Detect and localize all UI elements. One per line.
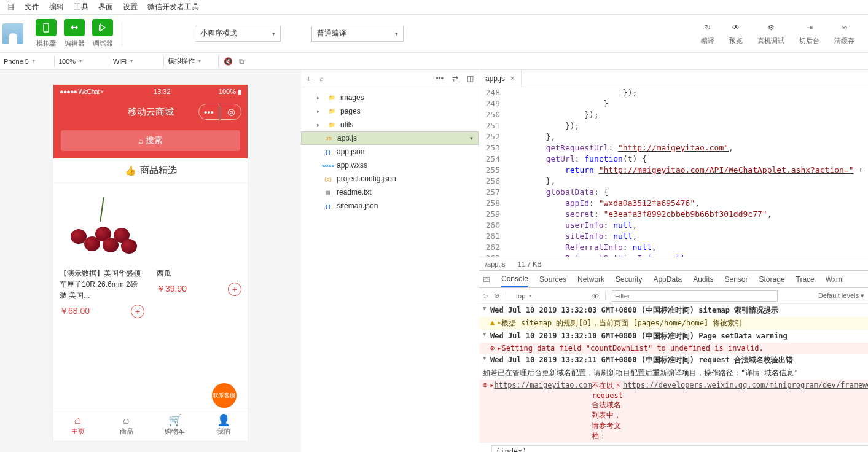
add-button[interactable]: + xyxy=(131,305,144,318)
debugger-button[interactable]: 调试器 xyxy=(92,19,113,48)
devtools-tab-console[interactable]: Console xyxy=(501,275,528,287)
file-node[interactable]: JSapp.js xyxy=(301,131,479,145)
devtools-tab-wxml[interactable]: Wxml xyxy=(826,275,844,284)
menu-item[interactable]: 文件 xyxy=(20,2,44,12)
search-icon: ⌕ xyxy=(138,136,143,146)
remote-button[interactable]: ⚙真机调试 xyxy=(757,21,784,45)
add-button[interactable]: + xyxy=(228,282,241,296)
devtools-tab-audits[interactable]: Audits xyxy=(693,275,713,284)
clear-icon[interactable]: ⊘ xyxy=(494,292,499,300)
sim-action-select[interactable]: 模拟操作 xyxy=(164,55,218,68)
devtools-tab-trace[interactable]: Trace xyxy=(796,275,815,284)
clear-cache-button[interactable]: ≋清缓存 xyxy=(834,21,854,45)
toolbar: 模拟器编辑器调试器 小程序模式 普通编译 ↻编译👁预览⚙真机调试⇥切后台≋清缓存 xyxy=(0,15,868,53)
folder-node[interactable]: ▸📁pages xyxy=(301,104,479,118)
code-editor[interactable]: 2482492502512522532542552562572582592602… xyxy=(479,87,868,257)
menu-item[interactable]: 工具 xyxy=(69,2,93,12)
file-node[interactable]: ▤readme.txt xyxy=(301,185,479,199)
devtools-tab-sources[interactable]: Sources xyxy=(539,275,566,284)
capsule-close[interactable]: ◎ xyxy=(221,104,241,120)
code-area: app.js ✕ 2482492502512522532542552562572… xyxy=(479,70,868,452)
svg-rect-0 xyxy=(44,23,49,32)
section-title: 👍 商品精选 xyxy=(53,158,248,183)
menu-item[interactable]: 设置 xyxy=(118,2,143,12)
background-button[interactable]: ⇥切后台 xyxy=(799,21,819,45)
nav-bar: 移动云商城 ••• ◎ xyxy=(53,98,248,125)
thumbs-up-icon: 👍 xyxy=(125,165,136,176)
menubar: 目文件编辑工具界面设置微信开发者工具 xyxy=(0,0,868,15)
levels-select[interactable]: Default levels ▾ xyxy=(818,292,864,300)
tab-bar: ⌂主页⌕商品🛒购物车👤我的 xyxy=(53,408,248,441)
file-node[interactable]: { }app.json xyxy=(301,145,479,158)
folder-node[interactable]: ▸📁utils xyxy=(301,118,479,131)
product-item[interactable]: 【演示数据】美国华盛顿车厘子10R 26.6mm 2磅装 美国...￥68.00… xyxy=(53,183,151,408)
devtools: ⮹ ConsoleSourcesNetworkSecurityAppDataAu… xyxy=(479,270,868,452)
menu-item[interactable]: 编辑 xyxy=(44,2,69,12)
search-area: ⌕ 搜索 xyxy=(53,125,248,158)
collapse-icon[interactable]: ⇄ xyxy=(452,74,458,83)
network-select[interactable]: WiFi xyxy=(109,55,163,68)
console-log[interactable]: ▼Wed Jul 10 2019 13:32:03 GMT+0800 (中国标准… xyxy=(479,304,868,452)
compile-button[interactable]: ↻编译 xyxy=(701,21,714,45)
add-file-icon[interactable]: + xyxy=(306,74,311,84)
tab-cart[interactable]: 🛒购物车 xyxy=(151,408,199,441)
dock-icon[interactable]: ⧉ xyxy=(239,57,244,66)
search-icon[interactable]: ⌕ xyxy=(319,74,324,83)
product-item[interactable]: 西瓜￥39.90+ xyxy=(151,183,248,408)
devtools-tab-appdata[interactable]: AppData xyxy=(653,275,682,284)
contact-fab[interactable]: 联系客服 xyxy=(212,383,237,408)
console-table: (index)00"http://maigeyitao.com"1"https:… xyxy=(491,445,868,452)
devtools-tabs: ⮹ ConsoleSourcesNetworkSecurityAppDataAu… xyxy=(479,271,868,288)
simulator-button[interactable]: 模拟器 xyxy=(36,19,57,48)
capsule-menu[interactable]: ••• xyxy=(198,104,219,120)
avatar[interactable] xyxy=(2,23,23,44)
inspect-icon[interactable]: ⮹ xyxy=(483,275,490,284)
tab-goods[interactable]: ⌕商品 xyxy=(102,408,151,441)
folder-node[interactable]: ▸📁images xyxy=(301,91,479,104)
tab-home[interactable]: ⌂主页 xyxy=(53,408,102,441)
preview-button[interactable]: 👁预览 xyxy=(729,21,743,45)
file-node[interactable]: wxssapp.wxss xyxy=(301,158,479,172)
svg-rect-1 xyxy=(99,25,100,31)
simulator-column: ●●●●● WeChatᯤ 13:32 100%▮ 移动云商城 ••• ◎ ⌕ … xyxy=(0,70,301,452)
devtools-tab-sensor[interactable]: Sensor xyxy=(725,275,748,284)
price: ￥68.00 xyxy=(60,306,90,317)
editor-status: /app.js11.7 KB xyxy=(479,257,868,270)
eye-icon[interactable]: 👁 xyxy=(592,292,599,300)
close-icon[interactable]: ✕ xyxy=(510,75,515,82)
menu-item[interactable]: 界面 xyxy=(93,2,118,12)
status-bar: ●●●●● WeChatᯤ 13:32 100%▮ xyxy=(53,85,248,98)
editor-tab[interactable]: app.js ✕ xyxy=(479,70,522,87)
editor-tabs: app.js ✕ xyxy=(479,70,868,87)
context-select[interactable]: top xyxy=(512,290,586,302)
file-node[interactable]: { }sitemap.json xyxy=(301,199,479,212)
filter-input[interactable] xyxy=(612,290,778,302)
price: ￥39.90 xyxy=(157,284,187,295)
mode-select[interactable]: 小程序模式 xyxy=(195,26,281,42)
page-title: 移动云商城 xyxy=(128,106,174,118)
more-icon[interactable]: ••• xyxy=(436,74,444,83)
device-select[interactable]: Phone 5 xyxy=(0,55,54,68)
mute-icon[interactable]: 🔇 xyxy=(224,57,233,66)
devtools-tab-storage[interactable]: Storage xyxy=(759,275,785,284)
search-input[interactable]: ⌕ 搜索 xyxy=(61,130,240,151)
zoom-select[interactable]: 100% xyxy=(55,55,109,68)
compile-select[interactable]: 普通编译 xyxy=(311,26,404,42)
play-icon[interactable]: ▷ xyxy=(483,292,488,300)
devtools-tab-security[interactable]: Security xyxy=(616,275,642,284)
main: ●●●●● WeChatᯤ 13:32 100%▮ 移动云商城 ••• ◎ ⌕ … xyxy=(0,70,868,452)
file-explorer: + ⌕ ••• ⇄ ◫ ▸📁images▸📁pages▸📁utilsJSapp.… xyxy=(301,70,479,452)
simulator-bar: Phone 5 100% WiFi 模拟操作 🔇 ⧉ xyxy=(0,53,868,70)
menu-item[interactable]: 目 xyxy=(2,2,20,12)
file-node[interactable]: {o}project.config.json xyxy=(301,172,479,185)
editor-button[interactable]: 编辑器 xyxy=(64,19,85,48)
menu-item[interactable]: 微信开发者工具 xyxy=(143,2,204,12)
split-icon[interactable]: ◫ xyxy=(467,74,474,83)
devtools-tab-network[interactable]: Network xyxy=(577,275,604,284)
tab-mine[interactable]: 👤我的 xyxy=(199,408,248,441)
